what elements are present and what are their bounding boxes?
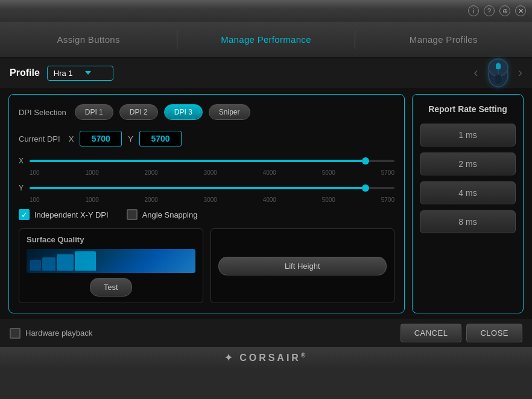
angle-snapping-label: Angle Snapping: [142, 210, 198, 219]
dpi-selection-row: DPI Selection DPI 1 DPI 2 DPI 3 Sniper: [19, 104, 394, 120]
mouse-image: [483, 58, 513, 88]
tab-bar: Assign Buttons Manage Performance Manage…: [0, 22, 532, 58]
independent-xy-label: Independent X-Y DPI: [34, 210, 109, 219]
lift-height-button[interactable]: Lift Height: [218, 257, 387, 275]
independent-xy-checkbox[interactable]: ✓ Independent X-Y DPI: [19, 209, 109, 220]
title-bar: i ? ⊕ ✕: [0, 0, 532, 22]
report-rate-4ms[interactable]: 4 ms: [420, 181, 516, 204]
svg-point-4: [494, 74, 502, 85]
x-slider-row: X: [19, 155, 394, 167]
corsair-logo: ✦ CORSAIR®: [224, 352, 308, 363]
dropdown-arrow-icon: [85, 71, 91, 75]
y-axis-label: Y: [128, 134, 133, 143]
hardware-playback[interactable]: Hardware playback: [10, 328, 92, 339]
global-icon[interactable]: ⊕: [499, 5, 510, 16]
hw-playback-checkbox: [10, 328, 21, 339]
left-panel: DPI Selection DPI 1 DPI 2 DPI 3 Sniper C…: [8, 94, 405, 313]
tab-manage-performance[interactable]: Manage Performance: [177, 22, 354, 57]
dpi3-button[interactable]: DPI 3: [164, 104, 203, 120]
info-icon[interactable]: i: [468, 5, 479, 16]
independent-xy-box: ✓: [19, 209, 30, 220]
y-slider[interactable]: [30, 182, 394, 194]
svg-rect-3: [496, 63, 501, 69]
bottom-bar: Hardware playback CANCEL CLOSE: [0, 318, 532, 347]
dpi-selection-label: DPI Selection: [19, 108, 66, 117]
cancel-button[interactable]: CANCEL: [401, 324, 462, 342]
tab-manage-profiles[interactable]: Manage Profiles: [355, 22, 532, 57]
dpi2-button[interactable]: DPI 2: [119, 104, 158, 120]
y-slider-label: Y: [19, 184, 25, 192]
report-rate-8ms[interactable]: 8 ms: [420, 210, 516, 233]
surface-quality-panel: Surface Quality Test: [19, 228, 203, 303]
footer: ✦ CORSAIR®: [0, 347, 532, 369]
sniper-button[interactable]: Sniper: [209, 104, 250, 120]
angle-snapping-checkbox[interactable]: Angle Snapping: [127, 209, 198, 220]
report-rate-title: Report Rate Setting: [420, 104, 516, 114]
dpi-x-input[interactable]: [80, 131, 122, 146]
x-slider[interactable]: [30, 155, 394, 167]
current-dpi-label: Current DPI: [19, 134, 60, 143]
checkbox-row: ✓ Independent X-Y DPI Angle Snapping: [19, 209, 394, 220]
dpi1-button[interactable]: DPI 1: [75, 104, 113, 120]
hw-playback-label: Hardware playback: [25, 328, 92, 338]
test-button[interactable]: Test: [90, 278, 132, 297]
report-rate-2ms[interactable]: 2 ms: [420, 152, 516, 175]
profile-dropdown[interactable]: Hra 1: [47, 66, 113, 81]
surface-visual: [27, 249, 195, 273]
report-rate-1ms[interactable]: 1 ms: [420, 124, 516, 146]
profile-bar: Profile Hra 1 ‹ ›: [0, 58, 532, 88]
x-slider-label: X: [19, 157, 25, 165]
window-close-icon[interactable]: ✕: [515, 5, 526, 16]
nav-next-icon[interactable]: ›: [518, 65, 522, 81]
lift-height-panel: Lift Height: [211, 228, 395, 303]
surface-row: Surface Quality Test: [19, 228, 394, 303]
action-buttons: CANCEL CLOSE: [401, 324, 522, 342]
y-slider-row: Y: [19, 182, 394, 194]
nav-prev-icon[interactable]: ‹: [473, 65, 478, 81]
angle-snapping-box: [127, 209, 138, 220]
right-panel: Report Rate Setting 1 ms 2 ms 4 ms 8 ms: [412, 94, 524, 313]
x-axis-label: X: [69, 134, 74, 143]
current-dpi-row: Current DPI X Y: [19, 131, 394, 146]
help-icon[interactable]: ?: [484, 5, 495, 16]
dpi-y-input[interactable]: [139, 131, 182, 146]
surface-quality-title: Surface Quality: [27, 235, 195, 244]
tab-assign-buttons[interactable]: Assign Buttons: [0, 22, 177, 57]
profile-label: Profile: [10, 68, 40, 78]
close-button[interactable]: CLOSE: [466, 324, 522, 342]
